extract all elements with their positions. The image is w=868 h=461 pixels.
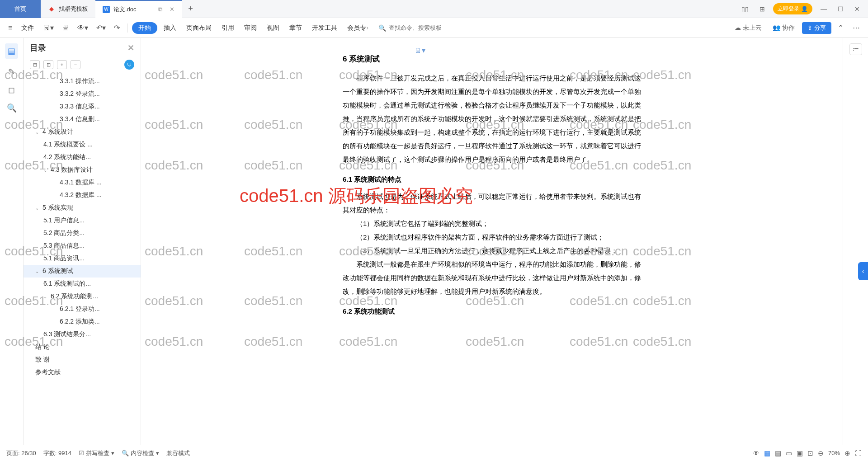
preview-icon[interactable]: 👁▾ <box>75 22 91 34</box>
list-item: （2）系统测试也对程序软件的架构方面，程序软件的业务需求等方面进行了测试； <box>343 230 641 244</box>
outline-item[interactable]: 结 论 <box>24 341 141 353</box>
outline-rail-icon[interactable]: ▤ <box>5 43 18 59</box>
redo-icon[interactable]: ↷ <box>111 22 123 34</box>
document-area[interactable]: 🗎▾ 6 系统测试 程序软件一旦被开发完成之后，在真正投入日常生活中进行运行使用… <box>141 38 843 445</box>
start-tab[interactable]: 开始 <box>132 22 157 34</box>
outline-item[interactable]: 3.3.4 信息删... <box>24 113 141 126</box>
outline-item-label: 6.2.2 添加类... <box>60 318 100 326</box>
view-tab[interactable]: 视图 <box>263 22 283 34</box>
outline-item[interactable]: ⌄4.3 数据库设计 <box>24 164 141 176</box>
outline-item-label: 6 系统测试 <box>42 267 73 275</box>
outline-item[interactable]: 6.2.1 登录功... <box>24 303 141 315</box>
ai-icon[interactable]: 🗨 <box>124 60 134 70</box>
side-pull-tab[interactable]: ‹ <box>858 262 868 280</box>
zoom-in-icon[interactable]: ⊕ <box>844 449 850 457</box>
tab-template[interactable]: ◆ 找稻壳模板 <box>41 0 95 18</box>
outline-item[interactable]: 3.3.3 信息添... <box>24 100 141 113</box>
content-check[interactable]: 🔍 内容检查 ▾ <box>122 449 159 457</box>
undo-icon[interactable]: ↶▾ <box>94 22 108 34</box>
outline-item[interactable]: 4.2 系统功能结... <box>24 151 141 164</box>
close-icon[interactable]: ✕ <box>170 6 175 13</box>
devtools-tab[interactable]: 开发工具 <box>308 22 341 34</box>
outline-item[interactable]: 3.3.2 登录流... <box>24 88 141 100</box>
command-search-input[interactable] <box>389 24 470 31</box>
outline-list: 3.3.1 操作流...3.3.2 登录流...3.3.3 信息添...3.3.… <box>24 73 141 445</box>
word-count[interactable]: 字数: 9914 <box>43 449 71 457</box>
close-panel-icon[interactable]: ✕ <box>127 43 134 53</box>
apps-icon[interactable]: ⊞ <box>757 4 768 14</box>
menu-icon[interactable]: ≡ <box>5 22 15 34</box>
outline-item[interactable]: ⌄6 系统测试 <box>24 265 141 278</box>
compat-mode[interactable]: 兼容模式 <box>166 449 190 457</box>
view-page-icon[interactable]: ▦ <box>764 449 770 457</box>
zoom-out-icon[interactable]: ⊖ <box>818 449 824 457</box>
file-menu[interactable]: 文件 <box>18 22 38 34</box>
expand-all-icon[interactable]: ⊡ <box>43 60 53 69</box>
tab-add[interactable]: + <box>182 0 200 18</box>
maximize-icon[interactable]: ☐ <box>835 4 846 14</box>
outline-item[interactable]: 参考文献 <box>24 366 141 379</box>
outline-item[interactable]: ⌄6.2 系统功能测... <box>24 290 141 303</box>
tab-document[interactable]: W 论文.doc ⧉ ✕ <box>95 0 182 18</box>
cloud-status[interactable]: ☁ 未上云 <box>731 22 765 34</box>
eye-icon[interactable]: 👁 <box>753 449 760 457</box>
member-tab[interactable]: 会员专› <box>344 22 372 34</box>
outline-item-label: 4.3.1 数据库 ... <box>60 179 102 187</box>
login-button[interactable]: 立即登录👤 <box>773 3 812 14</box>
remove-icon[interactable]: − <box>71 60 80 69</box>
tab-window-icon[interactable]: ⧉ <box>158 6 162 13</box>
minimize-icon[interactable]: — <box>818 4 830 14</box>
collab-button[interactable]: 👥 协作 <box>769 22 798 34</box>
layout-tab[interactable]: 页面布局 <box>183 22 215 34</box>
outline-item[interactable]: 6.2.2 添加类... <box>24 315 141 328</box>
title-bar: 首页 ◆ 找稻壳模板 W 论文.doc ⧉ ✕ + ▯▯ ⊞ 立即登录👤 — ☐… <box>0 0 868 18</box>
collapse-ribbon-icon[interactable]: ⌃ <box>835 22 846 34</box>
reference-tab[interactable]: 引用 <box>218 22 238 34</box>
outline-item[interactable]: 4.3.1 数据库 ... <box>24 176 141 189</box>
outline-item[interactable]: 5.2 商品分类... <box>24 227 141 240</box>
outline-item[interactable]: 6.3 测试结果分... <box>24 328 141 341</box>
collapse-all-icon[interactable]: ⊟ <box>30 60 40 69</box>
outline-item-label: 致 谢 <box>35 356 50 364</box>
layout-icon[interactable]: ▯▯ <box>739 4 751 14</box>
outline-item[interactable]: 3.3.1 操作流... <box>24 75 141 88</box>
outline-item-label: 结 论 <box>35 343 50 351</box>
style-rail-icon[interactable]: ✎ <box>8 67 15 77</box>
outline-item[interactable]: 6.1 系统测试的... <box>24 278 141 290</box>
bookmark-rail-icon[interactable]: ◻ <box>8 85 15 95</box>
share-button[interactable]: ⇪分享 <box>802 22 831 34</box>
share-icon: ⇪ <box>807 24 812 31</box>
outline-item[interactable]: 致 谢 <box>24 353 141 366</box>
chapter-tab[interactable]: 章节 <box>286 22 306 34</box>
settings-icon[interactable]: ⊡ <box>807 449 813 457</box>
outline-item[interactable]: ⌄5 系统实现 <box>24 202 141 214</box>
view-web-icon[interactable]: ▭ <box>786 449 792 457</box>
tab-home[interactable]: 首页 <box>0 0 41 18</box>
spell-check[interactable]: ☑ 拼写检查 ▾ <box>79 449 114 457</box>
more-icon[interactable]: ⋯ <box>850 22 863 34</box>
insert-tab[interactable]: 插入 <box>160 22 180 34</box>
view-read-icon[interactable]: ▣ <box>797 449 803 457</box>
zoom-level[interactable]: 70% <box>828 450 840 456</box>
outline-item-label: 6.1 系统测试的... <box>43 280 91 288</box>
save-icon[interactable]: 🖫▾ <box>40 22 57 34</box>
view-outline-icon[interactable]: ▤ <box>775 449 781 457</box>
review-tab[interactable]: 审阅 <box>241 22 260 34</box>
close-window-icon[interactable]: ✕ <box>852 4 863 14</box>
page-content: 6 系统测试 程序软件一旦被开发完成之后，在真正投入日常生活中进行运行使用之前，… <box>320 38 664 445</box>
outline-item[interactable]: 4.1 系统概要设 ... <box>24 138 141 151</box>
paragraph: 程序软件一旦被开发完成之后，在真正投入日常生活中进行运行使用之前，是必须要经历测… <box>343 71 641 166</box>
outline-item[interactable]: 5.3 商品信息... <box>24 240 141 252</box>
outline-item-label: 4.1 系统概要设 ... <box>43 141 93 149</box>
page-count[interactable]: 页面: 26/30 <box>6 449 36 457</box>
add-icon[interactable]: + <box>57 60 67 69</box>
outline-item[interactable]: 4.3.2 数据库 ... <box>24 189 141 202</box>
outline-item[interactable]: ⌄4 系统设计 <box>24 126 141 138</box>
print-icon[interactable]: 🖶 <box>59 22 72 34</box>
fit-icon[interactable]: ⛶ <box>855 449 862 457</box>
outline-item[interactable]: 5.1 用户信息... <box>24 214 141 227</box>
right-panel-toggle-icon[interactable]: ≔ <box>849 43 862 55</box>
outline-item[interactable]: 5.1 商品资讯... <box>24 252 141 265</box>
toolbar: ≡ 文件 🖫▾ 🖶 👁▾ ↶▾ ↷ 开始 插入 页面布局 引用 审阅 视图 章节… <box>0 18 868 38</box>
search-rail-icon[interactable]: 🔍 <box>7 103 17 113</box>
